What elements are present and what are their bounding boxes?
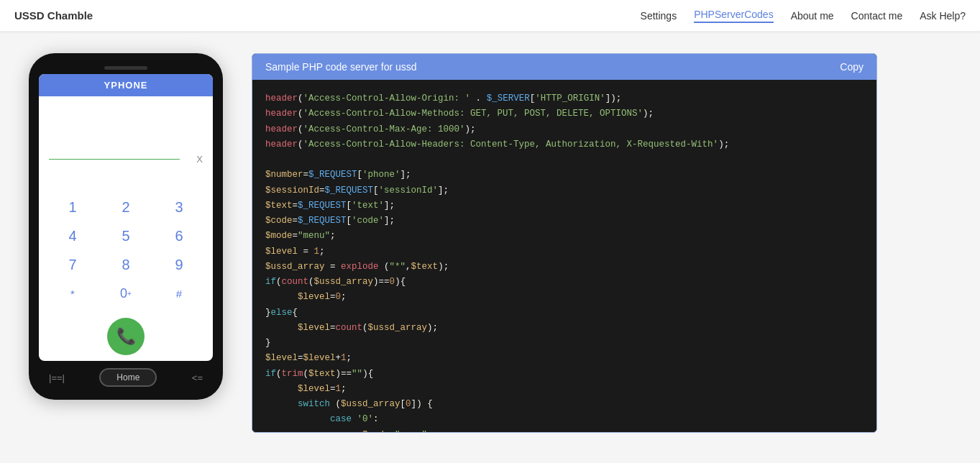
- navbar: USSD Chamble Settings PHPServerCodes Abo…: [0, 0, 980, 32]
- dialpad-key-7[interactable]: 7: [46, 250, 99, 279]
- phone-home-button[interactable]: Home: [99, 368, 157, 387]
- phone-clear-button[interactable]: X: [196, 154, 203, 165]
- code-panel: Sample PHP code server for ussd Copy hea…: [252, 53, 877, 433]
- dialpad-key-star[interactable]: *: [46, 279, 99, 308]
- nav-aboutme[interactable]: About me: [791, 10, 834, 22]
- phone-bottom-bar: |==| Home <=: [39, 368, 213, 387]
- dialpad-key-3[interactable]: 3: [152, 193, 206, 221]
- dialpad-key-2[interactable]: 2: [99, 193, 152, 221]
- navbar-links: Settings PHPServerCodes About me Contact…: [641, 9, 966, 23]
- code-block-wrapper[interactable]: header('Access-Control-Allow-Origin: ' .…: [252, 80, 876, 432]
- dialpad-key-0[interactable]: 0 +: [99, 279, 152, 308]
- code-panel-header: Sample PHP code server for ussd Copy: [252, 54, 876, 80]
- phone-dialpad: 1 2 3 4 5 6 7 8 9 * 0 + #: [39, 193, 213, 308]
- code-panel-title: Sample PHP code server for ussd: [265, 61, 417, 73]
- nav-phpservercodes[interactable]: PHPServerCodes: [694, 9, 774, 23]
- main-content: YPHONE X 1 2 3 4 5 6 7 8 9 * 0 + #: [0, 32, 980, 454]
- phone-screen-header: YPHONE: [39, 74, 213, 96]
- dialpad-key-hash[interactable]: #: [152, 279, 206, 308]
- code-block: header('Access-Control-Allow-Origin: ' .…: [265, 91, 864, 432]
- navbar-brand: USSD Chamble: [14, 9, 93, 22]
- dialpad-key-4[interactable]: 4: [46, 221, 99, 250]
- phone-mockup: YPHONE X 1 2 3 4 5 6 7 8 9 * 0 + #: [29, 53, 223, 400]
- dialpad-key-9[interactable]: 9: [152, 250, 206, 279]
- phone-call-button[interactable]: 📞: [107, 318, 145, 355]
- dialpad-key-5[interactable]: 5: [99, 221, 152, 250]
- phone-speaker: [104, 66, 147, 70]
- phone-screen: YPHONE X 1 2 3 4 5 6 7 8 9 * 0 + #: [39, 74, 213, 361]
- nav-askhelp[interactable]: Ask Help?: [920, 10, 966, 22]
- phone-screen-body: X: [39, 96, 213, 183]
- phone-call-icon: 📞: [116, 327, 136, 346]
- phone-top-bar: [39, 66, 213, 70]
- nav-settings[interactable]: Settings: [641, 10, 677, 22]
- copy-button[interactable]: Copy: [840, 61, 864, 73]
- dialpad-key-8[interactable]: 8: [99, 250, 152, 279]
- phone-bottom-right-icon: <=: [192, 372, 203, 383]
- phone-bottom-left-icon: |==|: [49, 372, 65, 383]
- dialpad-key-1[interactable]: 1: [46, 193, 99, 221]
- phone-call-btn-row: 📞: [39, 318, 213, 355]
- nav-contactme[interactable]: Contact me: [851, 10, 903, 22]
- phone-input-row: X: [49, 154, 203, 165]
- phone-input-line: [49, 159, 180, 160]
- dialpad-key-6[interactable]: 6: [152, 221, 206, 250]
